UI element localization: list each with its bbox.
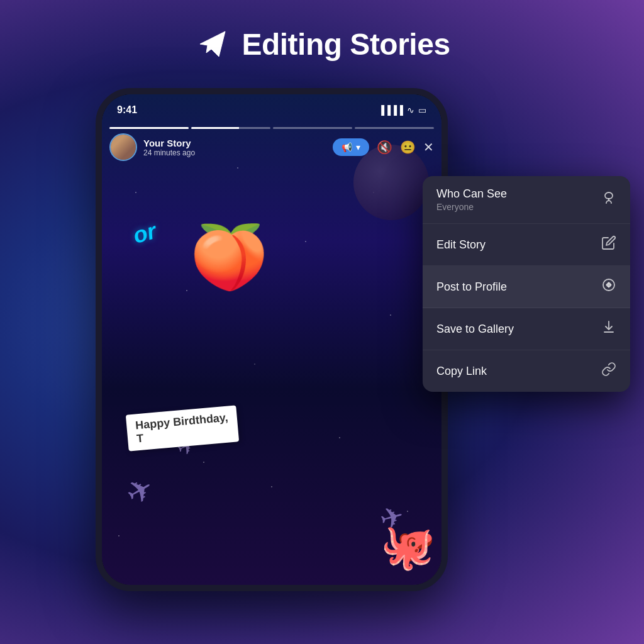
edit-story-icon [601, 235, 616, 254]
who-can-see-sublabel: Everyone [436, 202, 507, 212]
emoji-button[interactable]: 😐 [400, 140, 416, 155]
avatar [109, 133, 137, 161]
menu-item-edit-story[interactable]: Edit Story [423, 224, 630, 266]
story-progress-bars [109, 127, 434, 129]
post-to-profile-text: Post to Profile [436, 280, 507, 294]
story-user-name: Your Story [143, 138, 195, 148]
story-content: or 🍑 ✈ ✈ ✈ Happy Birdthday,T 🐙 [102, 94, 441, 585]
story-header: Your Story 24 minutes ago 📢 ▾ 🔇 😐 ✕ [109, 133, 434, 161]
who-can-see-label: Who Can See [436, 187, 507, 201]
header-title: Editing Stories [242, 27, 450, 62]
telegram-icon [194, 25, 231, 63]
story-time-ago: 24 minutes ago [143, 148, 195, 157]
story-user-info: Your Story 24 minutes ago [109, 133, 195, 161]
birthday-sticker: Happy Birdthday,T [126, 405, 239, 451]
status-icons: ▐▐▐▐ ∿ ▭ [378, 105, 426, 115]
progress-bar-1 [109, 127, 189, 129]
close-button[interactable]: ✕ [423, 140, 434, 155]
progress-bar-2 [191, 127, 270, 129]
save-to-gallery-icon [601, 319, 616, 338]
progress-bar-4 [355, 127, 434, 129]
story-actions[interactable]: 📢 ▾ 🔇 😐 ✕ [333, 138, 434, 156]
status-bar: 9:41 ▐▐▐▐ ∿ ▭ [102, 94, 441, 126]
progress-bar-3 [273, 127, 352, 129]
phone-screen: 9:41 ▐▐▐▐ ∿ ▭ Your Story [102, 94, 441, 585]
menu-item-post-to-profile[interactable]: Post to Profile [423, 266, 630, 308]
copy-link-icon [601, 362, 616, 380]
svg-point-1 [607, 283, 611, 287]
menu-item-copy-link[interactable]: Copy Link [423, 350, 630, 392]
wifi-icon: ∿ [407, 105, 414, 115]
peach-character: 🍑 [190, 220, 269, 294]
post-to-profile-icon [601, 277, 616, 296]
who-can-see-icon [601, 191, 616, 209]
copy-link-label: Copy Link [436, 365, 487, 378]
post-to-profile-label: Post to Profile [436, 280, 507, 294]
speaker-icon: 📢 [341, 142, 352, 152]
share-button[interactable]: 📢 ▾ [333, 138, 369, 156]
phone-wrapper: 9:41 ▐▐▐▐ ∿ ▭ Your Story [96, 88, 548, 604]
copy-link-text: Copy Link [436, 365, 487, 378]
sticker-or: or [130, 218, 159, 249]
mute-button[interactable]: 🔇 [377, 140, 392, 155]
page-header: Editing Stories [194, 25, 450, 63]
menu-item-who-can-see[interactable]: Who Can See Everyone [423, 176, 630, 224]
edit-story-label: Edit Story [436, 238, 486, 252]
phone-device: 9:41 ▐▐▐▐ ∿ ▭ Your Story [96, 88, 448, 591]
who-can-see-text: Who Can See Everyone [436, 187, 507, 212]
bottom-character: 🐙 [380, 521, 435, 572]
status-time: 9:41 [117, 104, 137, 116]
dropdown-icon: ▾ [356, 142, 360, 152]
story-info: Your Story 24 minutes ago [143, 138, 195, 157]
paper-plane-1: ✈ [119, 469, 160, 513]
save-to-gallery-text: Save to Gallery [436, 323, 514, 336]
battery-icon: ▭ [418, 105, 426, 115]
save-to-gallery-label: Save to Gallery [436, 323, 514, 336]
context-menu: Who Can See Everyone Edit Story [423, 176, 630, 392]
menu-item-save-to-gallery[interactable]: Save to Gallery [423, 308, 630, 350]
signal-icon: ▐▐▐▐ [378, 105, 403, 115]
edit-story-text: Edit Story [436, 238, 486, 252]
